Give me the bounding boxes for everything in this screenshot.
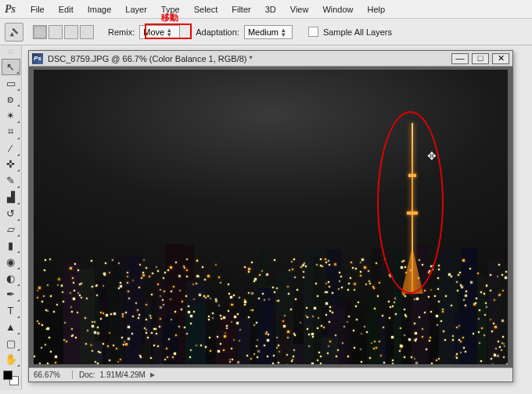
menu-bar: Ps File Edit Image Layer Type Select Fil…: [0, 0, 532, 19]
path-select-tool-icon: ▲: [5, 321, 16, 333]
document-titlebar[interactable]: Ps DSC_8759.JPG @ 66.7% (Color Balance 1…: [29, 51, 512, 67]
remix-value: Move: [143, 27, 164, 37]
quick-select-tool[interactable]: ✴: [2, 107, 20, 124]
sample-all-layers-checkbox[interactable]: [308, 27, 318, 37]
app-logo: Ps: [5, 3, 16, 16]
pen-tool[interactable]: ✒: [2, 287, 20, 303]
rect-marquee-tool[interactable]: ▭: [2, 75, 20, 92]
menu-help[interactable]: Help: [361, 3, 393, 16]
annotation-label: 移動: [161, 12, 178, 23]
brush-tool[interactable]: ✎: [2, 172, 20, 189]
brush-tool-icon: ✎: [6, 175, 15, 186]
gradient-tool-icon: ▮: [8, 240, 13, 251]
menu-select[interactable]: Select: [187, 3, 225, 16]
sample-all-layers-label: Sample All Layers: [323, 27, 392, 37]
docinfo-value: 1.91M/4.29M: [100, 371, 146, 379]
canvas-area[interactable]: ✥: [29, 67, 512, 367]
history-brush-tool-icon: ↺: [6, 208, 15, 219]
eraser-tool-icon: ▱: [7, 223, 15, 235]
quick-select-tool-icon: ✴: [6, 110, 15, 121]
menu-edit[interactable]: Edit: [52, 3, 81, 16]
rectangle-tool[interactable]: ▢: [2, 335, 20, 352]
blur-tool[interactable]: ◉: [2, 254, 20, 270]
lasso-tool[interactable]: ʚ: [2, 92, 20, 108]
menu-filter[interactable]: Filter: [225, 3, 257, 16]
adaptation-value: Medium: [248, 27, 279, 37]
document-window: Ps DSC_8759.JPG @ 66.7% (Color Balance 1…: [28, 50, 513, 382]
zoom-level-field[interactable]: 66.67%: [29, 371, 73, 379]
remix-label: Remix:: [108, 27, 135, 37]
eraser-tool[interactable]: ▱: [2, 222, 20, 238]
adaptation-dropdown[interactable]: Medium ▴▾: [244, 25, 293, 39]
docinfo-menu-icon[interactable]: ▶: [150, 371, 155, 378]
tokyo-tower: [404, 123, 421, 294]
clone-stamp-tool-icon: ▟: [7, 191, 15, 203]
foreground-color-swatch[interactable]: [3, 371, 13, 380]
close-button[interactable]: ✕: [492, 53, 509, 64]
move-tool-icon: ↖: [6, 61, 15, 73]
lasso-tool-icon: ʚ: [7, 93, 14, 105]
type-tool[interactable]: T: [2, 302, 20, 319]
dropdown-arrows-icon: ▴▾: [282, 27, 286, 37]
options-bar: Remix: Move ▴▾ Adaptation: Medium ▴▾ Sam…: [0, 19, 532, 45]
mode-add-selection[interactable]: [49, 25, 63, 39]
move-tool[interactable]: ↖: [2, 59, 20, 75]
rectangle-tool-icon: ▢: [6, 338, 16, 349]
tool-preset-picker[interactable]: [5, 23, 23, 42]
history-brush-tool[interactable]: ↺: [2, 205, 20, 222]
menu-view[interactable]: View: [283, 3, 316, 16]
adaptation-label: Adaptation:: [196, 27, 239, 37]
tools-panel: ∷ ↖▭ʚ✴⌗⁄✜✎▟↺▱▮◉◐✒T▲▢✋: [0, 45, 22, 390]
status-bar: 66.67% Doc: 1.91M/4.29M ▶: [29, 367, 512, 381]
mode-intersect-selection[interactable]: [80, 25, 94, 39]
healing-brush-tool[interactable]: ✜: [2, 157, 20, 173]
pen-tool-icon: ✒: [6, 288, 15, 300]
blur-tool-icon: ◉: [6, 256, 15, 268]
canvas[interactable]: ✥: [34, 70, 508, 364]
eyedropper-tool-icon: ⁄: [9, 143, 11, 154]
dropdown-arrows-icon: ▴▾: [167, 27, 171, 37]
panel-grip-icon[interactable]: ∷: [9, 49, 13, 56]
crop-tool[interactable]: ⌗: [2, 124, 20, 140]
path-select-tool[interactable]: ▲: [2, 319, 20, 335]
docinfo-label: Doc:: [79, 371, 95, 379]
content-aware-move-cursor-icon: ✥: [427, 150, 437, 162]
document-title: DSC_8759.JPG @ 66.7% (Color Balance 1, R…: [48, 54, 448, 63]
rect-marquee-tool-icon: ▭: [6, 78, 16, 89]
maximize-button[interactable]: □: [472, 53, 489, 64]
crop-tool-icon: ⌗: [8, 125, 13, 138]
dodge-tool-icon: ◐: [6, 273, 15, 284]
menu-file[interactable]: File: [23, 3, 52, 16]
mode-subtract-selection[interactable]: [64, 25, 78, 39]
minimize-button[interactable]: —: [451, 53, 469, 64]
eyedropper-tool[interactable]: ⁄: [2, 140, 20, 157]
remix-dropdown[interactable]: Move ▴▾: [139, 25, 180, 39]
dodge-tool[interactable]: ◐: [2, 270, 20, 287]
foreground-background-color[interactable]: [2, 369, 20, 387]
gradient-tool[interactable]: ▮: [2, 237, 20, 254]
menu-layer[interactable]: Layer: [118, 3, 154, 16]
image-content: ✥: [34, 70, 508, 364]
ps-document-icon: Ps: [32, 53, 43, 64]
type-tool-icon: T: [8, 305, 14, 316]
hand-tool[interactable]: ✋: [2, 352, 20, 368]
healing-brush-tool-icon: ✜: [6, 158, 15, 170]
mode-button-group: [33, 25, 94, 39]
clone-stamp-tool[interactable]: ▟: [2, 189, 20, 205]
hand-tool-icon: ✋: [5, 353, 17, 365]
menu-3d[interactable]: 3D: [258, 3, 283, 16]
menu-window[interactable]: Window: [315, 3, 360, 16]
menu-image[interactable]: Image: [81, 3, 119, 16]
mode-new-selection[interactable]: [33, 25, 47, 39]
